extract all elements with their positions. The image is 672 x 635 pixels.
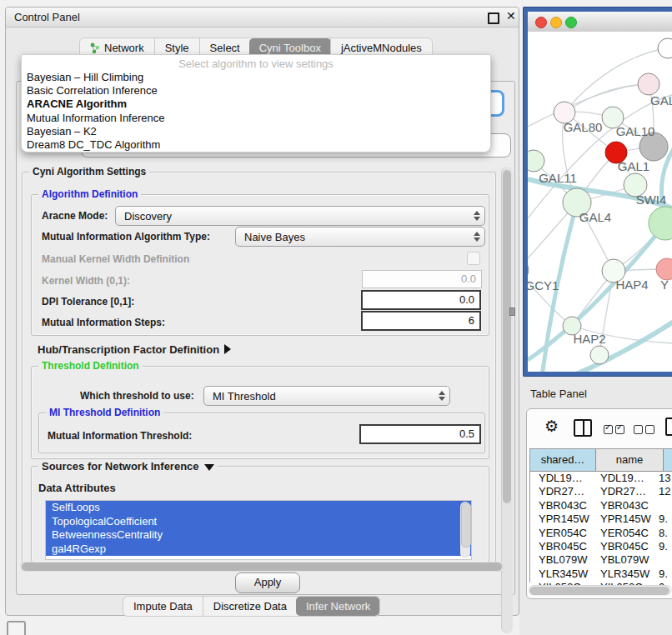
table-row[interactable]: YDL19…YDL19…13 — [530, 472, 672, 485]
data-attributes-list[interactable]: SelfLoopsTopologicalCoefficientBetweenne… — [45, 500, 472, 560]
table-cell[interactable]: YDL19… — [539, 472, 595, 485]
select-all-checks-icon[interactable] — [604, 422, 627, 438]
hub-definition-toggle[interactable]: Hub/Transcription Factor Definition — [38, 343, 231, 356]
scrollbar-thumb[interactable] — [22, 562, 502, 571]
table-row[interactable]: YER054CYER054C8. — [530, 527, 672, 540]
network-node[interactable] — [590, 346, 609, 364]
docked-panel-icon[interactable] — [7, 621, 26, 635]
table-cell[interactable]: YLR345W — [600, 568, 659, 581]
table-cell[interactable]: YBR045C — [600, 540, 659, 553]
attribute-item-selected[interactable]: SelfLoops — [46, 501, 471, 515]
tab-label: Network — [104, 42, 144, 54]
table-horizontal-scrollbar[interactable] — [529, 585, 672, 596]
mi-steps-input[interactable]: 6 — [361, 311, 481, 331]
table-row[interactable]: YBL079WYBL079W — [530, 553, 672, 567]
network-node[interactable] — [658, 38, 672, 58]
apply-button[interactable]: Apply — [235, 572, 300, 593]
column-header-name[interactable]: name — [596, 449, 664, 472]
table-cell[interactable]: YER054C — [539, 527, 595, 540]
combo-arrows-icon — [469, 232, 484, 242]
node-label: HAP4 — [615, 278, 648, 292]
cyni-settings-pane: Cyni Algorithm Settings Algorithm Defini… — [16, 81, 515, 595]
kernel-width-input[interactable]: 0.0 — [362, 270, 482, 288]
table-row[interactable]: YBR043CYBR043C — [530, 499, 672, 512]
horizontal-scrollbar[interactable] — [20, 562, 504, 572]
mi-algorithm-type-select[interactable]: Naive Bayes — [235, 227, 485, 247]
attribute-item-selected[interactable]: TopologicalCoefficient — [46, 515, 471, 529]
table-cell[interactable]: YDR27… — [539, 485, 595, 498]
table-cell[interactable]: YBR043C — [539, 499, 595, 512]
node-label: GAL1 — [618, 159, 649, 173]
column-header-partial[interactable] — [664, 449, 672, 472]
table-cell[interactable]: YDL19… — [600, 472, 659, 485]
document-icon[interactable] — [665, 418, 672, 436]
table-row[interactable]: YLR345WYLR345W9. — [530, 568, 672, 581]
deselect-all-checks-icon[interactable] — [634, 422, 657, 438]
close-traffic-light-icon[interactable] — [535, 17, 547, 28]
table-cell[interactable]: 8. — [659, 527, 672, 540]
table-cell[interactable]: YBL079W — [539, 553, 595, 567]
table-cell[interactable]: YLR345W — [539, 568, 595, 581]
attribute-item-selected[interactable]: gal4RGexp — [46, 542, 471, 557]
mi-type-label: Mutual Information Algorithm Type: — [42, 231, 210, 242]
gear-icon[interactable]: ⚙ — [544, 417, 559, 436]
dropdown-item[interactable]: Bayesian – Hill Climbing — [22, 71, 490, 84]
attribute-table[interactable]: shared… name YDL19…YDL19…13YDR27…YDR27…1… — [529, 448, 672, 582]
dropdown-item[interactable]: Basic Correlation Inference — [22, 84, 490, 98]
threshold-definition-group: Threshold Definition Which threshold to … — [31, 366, 489, 459]
sources-toggle[interactable]: Sources for Network Inference — [38, 460, 218, 472]
node-label: Y — [660, 278, 669, 292]
cyni-algorithm-settings-group: Cyni Algorithm Settings Algorithm Defini… — [22, 172, 496, 566]
dropdown-item[interactable]: Bayesian – K2 — [22, 125, 490, 138]
network-canvas[interactable]: GALGAL80GAL10GAL1GAL11SWI4GAL4GCY1HAP4YH… — [528, 32, 672, 372]
table-cell[interactable]: YER054C — [600, 527, 659, 540]
table-cell[interactable]: YPR145W — [600, 512, 659, 526]
minimize-traffic-light-icon[interactable] — [550, 17, 562, 28]
table-cell[interactable]: YBR043C — [600, 499, 659, 512]
table-row[interactable]: YBR045CYBR045C9. — [530, 540, 672, 553]
dropdown-item[interactable]: Dream8 DC_TDC Algorithm — [22, 138, 490, 152]
zoom-traffic-light-icon[interactable] — [565, 17, 577, 28]
manual-kernel-checkbox[interactable] — [467, 252, 480, 265]
table-cell[interactable]: 9. — [659, 512, 672, 526]
table-cell[interactable]: 9. — [659, 568, 672, 581]
table-cell[interactable]: 13 — [659, 472, 672, 485]
scrollbar-thumb[interactable] — [529, 587, 669, 595]
table-cell[interactable]: YPR145W — [539, 512, 595, 526]
table-cell[interactable]: YBL079W — [600, 553, 659, 567]
network-node[interactable] — [649, 207, 672, 240]
dpi-tolerance-input[interactable]: 0.0 — [361, 290, 481, 310]
table-cell[interactable]: YBR045C — [539, 540, 595, 553]
float-window-icon[interactable] — [488, 12, 499, 24]
sources-group: Sources for Network Inference Data Attri… — [31, 466, 489, 562]
tab-impute-data[interactable]: Impute Data — [123, 597, 203, 616]
network-node-gal[interactable] — [638, 73, 659, 95]
splitter-handle[interactable] — [509, 308, 515, 316]
columns-icon[interactable] — [574, 419, 592, 437]
dropdown-item[interactable]: Mutual Information Inference — [22, 112, 490, 125]
scrollbar-thumb[interactable] — [461, 502, 471, 548]
aracne-mode-label: Aracne Mode: — [42, 210, 108, 222]
which-threshold-select[interactable]: MI Threshold — [203, 386, 450, 406]
close-icon[interactable]: ✕ — [506, 9, 516, 22]
dropdown-item[interactable]: ARACNE Algorithm — [22, 98, 490, 111]
table-cell[interactable]: 12 — [659, 485, 672, 498]
algorithm-dropdown[interactable]: Select algorithm to view settings Bayesi… — [21, 54, 491, 152]
tab-discretize-data[interactable]: Discretize Data — [203, 597, 297, 616]
scrollbar-thumb[interactable] — [503, 170, 511, 503]
table-row[interactable]: YDR27…YDR27…12 — [530, 485, 672, 498]
manual-kernel-label: Manual Kernel Width Definition — [42, 253, 189, 265]
network-window-titlebar[interactable] — [528, 12, 672, 32]
group-title: MI Threshold Definition — [46, 407, 163, 418]
table-row[interactable]: YPR145WYPR145W9. — [530, 512, 672, 526]
table-cell[interactable]: YDR27… — [600, 485, 659, 498]
list-scrollbar[interactable] — [460, 502, 470, 558]
table-panel-title: Table Panel — [530, 388, 587, 400]
column-header-shared-name[interactable]: shared… — [530, 449, 596, 472]
table-cell[interactable]: 9. — [659, 540, 672, 553]
mi-threshold-input[interactable]: 0.5 — [359, 424, 481, 444]
tab-label: Style — [165, 42, 189, 54]
attribute-item-selected[interactable]: BetweennessCentrality — [46, 528, 471, 542]
aracne-mode-select[interactable]: Discovery — [115, 206, 485, 226]
tab-infer-network[interactable]: Infer Network — [296, 597, 380, 616]
